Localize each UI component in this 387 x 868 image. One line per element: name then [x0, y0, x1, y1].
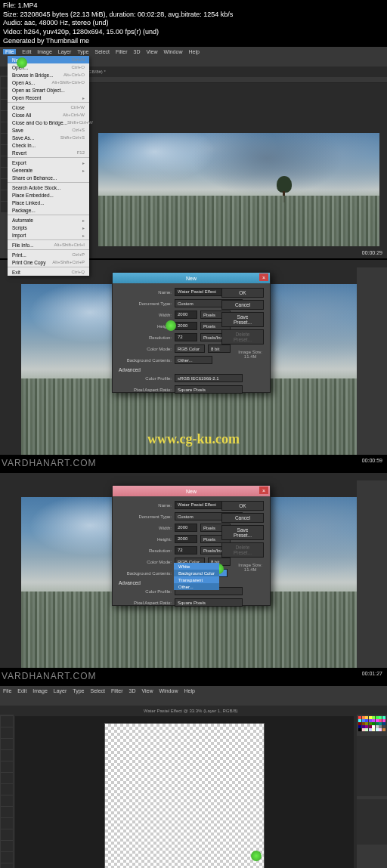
menu-3d[interactable]: 3D	[129, 688, 136, 693]
file-menu-item[interactable]: Share on Behance...	[8, 174, 89, 181]
width-input[interactable]: 2000	[175, 310, 197, 319]
file-menu-item[interactable]: Open Recent▸	[8, 94, 89, 101]
bg-select[interactable]: Other...	[175, 356, 212, 364]
height-input[interactable]: 2000	[175, 322, 197, 330]
file-menu-item[interactable]: File Info...Alt+Shift+Ctrl+I	[8, 241, 89, 249]
ok-button[interactable]: OK	[221, 288, 264, 298]
tool-item[interactable]	[1, 761, 13, 772]
tool-item[interactable]	[1, 773, 13, 783]
swatches-panel[interactable]	[357, 715, 387, 733]
dropdown-item-white[interactable]: White	[174, 563, 219, 570]
menu-select[interactable]: Select	[95, 49, 110, 54]
menu-file[interactable]: File	[3, 49, 16, 54]
file-menu-dropdown[interactable]: New...Ctrl+NOpen...Ctrl+OBrowse in Bridg…	[8, 56, 89, 276]
file-menu-item[interactable]: Close and Go to Bridge...Shift+Ctrl+W	[8, 119, 89, 126]
file-menu-item[interactable]: Generate▸	[8, 166, 89, 174]
tool-item[interactable]	[1, 829, 13, 840]
tool-item[interactable]	[1, 739, 13, 749]
menu-filter[interactable]: Filter	[116, 49, 128, 54]
colormode-select[interactable]: RGB Color	[175, 344, 205, 353]
file-menu-item[interactable]: Close AllAlt+Ctrl+W	[8, 111, 89, 119]
resolution-input[interactable]: 72	[175, 333, 197, 341]
height-input[interactable]: 2000	[175, 535, 197, 543]
menu-view[interactable]: View	[147, 49, 158, 54]
menu-select[interactable]: Select	[91, 688, 105, 693]
dropdown-item-transparent[interactable]: Transparent	[174, 576, 219, 583]
file-menu-item[interactable]: Search Adobe Stock...	[8, 184, 89, 191]
menu-filter[interactable]: Filter	[111, 688, 123, 693]
cancel-button[interactable]: Cancel	[221, 300, 264, 310]
file-menu-item[interactable]: Print...Ctrl+P	[8, 251, 89, 258]
menu-type[interactable]: Type	[73, 688, 84, 693]
swatch[interactable]	[362, 728, 365, 731]
swatch[interactable]	[372, 728, 375, 731]
tab-active[interactable]: Water Pastel Effect @ 33.3% (Layer 1, RG…	[139, 707, 242, 715]
dropdown-item-other[interactable]: Other...	[174, 583, 219, 590]
tool-item[interactable]	[1, 807, 13, 817]
tool-item[interactable]	[1, 716, 13, 727]
new-document-dialog[interactable]: New × Name:Water Pastel Effect Document …	[112, 272, 271, 393]
file-menu-item[interactable]: Package...	[8, 206, 89, 214]
tool-item[interactable]	[1, 841, 13, 851]
tool-item[interactable]	[1, 784, 13, 795]
layers-panel[interactable]	[357, 799, 387, 845]
file-menu-item[interactable]: Automate▸	[8, 216, 89, 224]
file-menu-item[interactable]: Print One CopyAlt+Shift+Ctrl+P	[8, 258, 89, 266]
aspect-select[interactable]: Square Pixels	[175, 598, 243, 607]
menu-layer[interactable]: Layer	[54, 688, 67, 693]
close-icon[interactable]: ×	[259, 487, 268, 494]
swatch[interactable]	[365, 728, 368, 731]
swatch[interactable]	[376, 728, 379, 731]
advanced-section[interactable]: Advanced	[119, 367, 264, 372]
aspect-select[interactable]: Square Pixels	[175, 385, 243, 394]
tool-item[interactable]	[1, 863, 13, 868]
file-menu-item[interactable]: Place Linked...	[8, 199, 89, 206]
file-menu-item[interactable]: Open as Smart Object...	[8, 86, 89, 94]
menu-window[interactable]: Window	[164, 49, 183, 54]
dropdown-item-bgcolor[interactable]: Background Color	[174, 570, 219, 576]
right-panels[interactable]	[357, 267, 387, 455]
menu-3d[interactable]: 3D	[134, 49, 141, 54]
file-menu-item[interactable]: Browse in Bridge...Alt+Ctrl+O	[8, 71, 89, 79]
save-preset-button[interactable]: Save Preset...	[221, 312, 264, 327]
menu-file[interactable]: File	[3, 688, 11, 693]
file-menu-item[interactable]: Save As...Shift+Ctrl+S	[8, 134, 89, 141]
file-menu-item[interactable]: Export▸	[8, 159, 89, 166]
right-panels[interactable]	[357, 480, 387, 668]
menu-image[interactable]: Image	[37, 49, 51, 54]
swatch[interactable]	[358, 728, 361, 731]
menu-type[interactable]: Type	[77, 49, 88, 54]
menu-layer[interactable]: Layer	[58, 49, 72, 54]
tool-item[interactable]	[1, 750, 13, 761]
file-menu-item[interactable]: SaveCtrl+S	[8, 126, 89, 134]
tool-item[interactable]	[1, 852, 13, 863]
tool-item[interactable]	[1, 727, 13, 738]
swatch[interactable]	[369, 728, 372, 731]
swatch[interactable]	[382, 728, 385, 731]
bg-contents-dropdown[interactable]: White Background Color Transparent Other…	[174, 563, 219, 590]
menu-edit[interactable]: Edit	[22, 49, 31, 54]
tools-panel[interactable]	[0, 715, 14, 868]
menu-image[interactable]: Image	[33, 688, 47, 693]
profile-select[interactable]: sRGB IEC61966-2.1	[175, 374, 243, 382]
save-preset-button[interactable]: Save Preset...	[221, 525, 264, 540]
menu-window[interactable]: Window	[159, 688, 178, 693]
ok-button[interactable]: OK	[221, 501, 264, 511]
resolution-input[interactable]: 72	[175, 546, 197, 554]
file-menu-item[interactable]: CloseCtrl+W	[8, 103, 89, 111]
menu-help[interactable]: Help	[184, 688, 194, 693]
file-menu-item[interactable]: RevertF12	[8, 149, 89, 156]
menu-edit[interactable]: Edit	[17, 688, 26, 693]
file-menu-item[interactable]: Import▸	[8, 231, 89, 239]
file-menu-item[interactable]: Scripts▸	[8, 224, 89, 231]
bitdepth-select[interactable]: 8 bit	[208, 344, 231, 353]
menu-view[interactable]: View	[142, 688, 153, 693]
file-menu-item[interactable]: Open As...Alt+Shift+Ctrl+O	[8, 79, 89, 86]
file-menu-item[interactable]: Place Embedded...	[8, 191, 89, 199]
right-panels[interactable]	[357, 715, 387, 868]
tool-item[interactable]	[1, 818, 13, 829]
tool-item[interactable]	[1, 795, 13, 806]
width-input[interactable]: 2000	[175, 524, 197, 532]
close-icon[interactable]: ×	[259, 273, 268, 281]
file-menu-item[interactable]: ExitCtrl+Q	[8, 268, 89, 276]
